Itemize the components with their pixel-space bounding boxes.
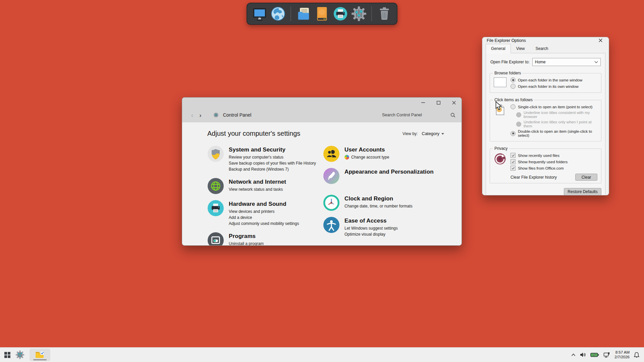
security-shield-icon xyxy=(207,145,224,162)
checkbox-icon[interactable] xyxy=(511,159,516,164)
category-link[interactable]: Add a device xyxy=(229,215,299,221)
tab-search[interactable]: Search xyxy=(530,45,554,53)
radio-own-window[interactable]: Open each folder in its own window xyxy=(511,84,598,89)
checkbox-icon[interactable] xyxy=(511,166,516,171)
user-accounts-icon xyxy=(323,145,340,162)
desktop: ‹ › Control Panel Adjust your computer's… xyxy=(0,0,644,362)
taskbar-settings-gear-icon[interactable] xyxy=(15,350,24,359)
category-title[interactable]: User Accounts xyxy=(344,146,389,153)
radio-icon[interactable] xyxy=(511,84,516,89)
forward-icon[interactable]: › xyxy=(196,112,204,118)
clock-icon xyxy=(323,194,340,211)
taskbar: 8:57 AM 2/7/2026 xyxy=(0,347,644,362)
category-user-accounts[interactable]: User Accounts Change account type xyxy=(323,145,448,162)
category-link[interactable]: Backup and Restore (Windows 7) xyxy=(229,166,316,172)
printer-icon[interactable] xyxy=(333,6,348,21)
clear-history-label: Clear File Explorer history xyxy=(511,175,575,180)
category-link[interactable]: Optimize visual display xyxy=(344,231,398,237)
checkbox-recent-files[interactable]: Show recently used files xyxy=(511,153,598,158)
radio-icon[interactable] xyxy=(516,122,521,127)
tab-general[interactable]: General xyxy=(486,44,511,53)
checkbox-frequent-folders[interactable]: Show frequently used folders xyxy=(511,159,598,164)
battery-charging-icon[interactable] xyxy=(590,352,599,358)
category-appearance-personalization[interactable]: Appearance and Personalization xyxy=(323,168,448,184)
category-link[interactable]: Uninstall a program xyxy=(229,241,264,246)
radio-same-window[interactable]: Open each folder in the same window xyxy=(511,77,598,82)
checkbox-icon[interactable] xyxy=(511,153,516,158)
minimize-button[interactable] xyxy=(415,98,431,108)
globe-icon[interactable] xyxy=(270,6,286,21)
category-link[interactable]: View network status and tasks xyxy=(229,186,286,192)
category-link[interactable]: Change account type xyxy=(351,154,389,160)
category-title[interactable]: Programs xyxy=(229,233,264,240)
radio-icon[interactable] xyxy=(511,104,516,109)
radio-double-click[interactable]: Double-click to open an item (single-cli… xyxy=(511,129,598,137)
title-bar xyxy=(182,98,462,108)
category-link[interactable]: Save backup copies of your files with Fi… xyxy=(229,160,316,166)
search-input[interactable] xyxy=(381,112,433,118)
radio-underline-consistent[interactable]: Underline icon titles consistent with my… xyxy=(516,111,598,119)
close-icon[interactable] xyxy=(597,37,604,44)
clock-date: 2/7/2026 xyxy=(614,355,630,360)
control-panel-gear-icon xyxy=(213,112,219,118)
clear-button[interactable]: Clear xyxy=(575,174,597,181)
search-icon[interactable] xyxy=(450,113,455,118)
taskbar-app-file-explorer-options[interactable] xyxy=(30,349,50,361)
file-explorer-options-dialog: File Explorer Options General View Searc… xyxy=(482,37,609,195)
control-panel-window: ‹ › Control Panel Adjust your computer's… xyxy=(182,97,462,246)
radio-single-click[interactable]: Single-click to open an item (point to s… xyxy=(511,104,598,109)
category-programs[interactable]: Programs Uninstall a program xyxy=(207,232,323,246)
history-icon xyxy=(493,152,507,181)
category-title[interactable]: Appearance and Personalization xyxy=(344,169,434,175)
address-breadcrumb[interactable]: Control Panel xyxy=(213,112,252,118)
radio-icon[interactable] xyxy=(511,131,516,136)
tray-chevron-up-icon[interactable] xyxy=(571,353,576,356)
category-title[interactable]: System and Security xyxy=(229,146,316,153)
documents-folder-icon[interactable] xyxy=(296,6,311,21)
browse-folders-legend: Browse folders xyxy=(493,71,522,75)
view-by-dropdown[interactable]: Category xyxy=(422,131,444,136)
network-ethernet-icon[interactable] xyxy=(603,352,610,358)
checkbox-office-files[interactable]: Show files from Office.com xyxy=(511,166,598,171)
open-to-select[interactable]: Home xyxy=(532,58,601,66)
category-link[interactable]: Let Windows suggest settings xyxy=(344,225,398,231)
category-link[interactable]: Change date, time, or number formats xyxy=(344,203,413,209)
trash-icon[interactable] xyxy=(377,6,392,21)
category-title[interactable]: Network and Internet xyxy=(229,179,286,185)
category-link[interactable]: Review your computer's status xyxy=(229,154,316,160)
category-hardware-sound[interactable]: Hardware and Sound View devices and prin… xyxy=(207,200,323,227)
category-system-security[interactable]: System and Security Review your computer… xyxy=(207,145,323,172)
restore-defaults-button[interactable]: Restore Defaults xyxy=(564,188,601,195)
dropdown-caret-icon xyxy=(441,133,444,135)
category-link[interactable]: View devices and printers xyxy=(229,208,299,215)
privacy-legend: Privacy xyxy=(493,146,509,151)
top-dock xyxy=(247,3,397,25)
category-ease-of-access[interactable]: Ease of Access Let Windows suggest setti… xyxy=(323,217,448,237)
category-network-internet[interactable]: Network and Internet View network status… xyxy=(207,178,323,194)
dock-separator xyxy=(371,7,372,21)
notifications-bell-icon[interactable] xyxy=(634,352,639,358)
radio-icon[interactable] xyxy=(516,112,521,117)
folder-window-icon xyxy=(493,76,507,90)
dialog-title-bar: File Explorer Options xyxy=(482,37,609,44)
radio-icon[interactable] xyxy=(511,77,516,82)
maximize-button[interactable] xyxy=(431,98,446,108)
category-title[interactable]: Clock and Region xyxy=(344,195,413,202)
settings-gear-icon[interactable] xyxy=(351,6,367,21)
category-link[interactable]: Adjust commonly used mobility settings xyxy=(229,221,299,227)
search-box[interactable] xyxy=(381,112,455,118)
volume-icon[interactable] xyxy=(580,352,586,357)
display-icon[interactable] xyxy=(252,6,267,21)
tab-view[interactable]: View xyxy=(511,45,530,53)
back-icon[interactable]: ‹ xyxy=(188,112,196,118)
taskbar-clock[interactable]: 8:57 AM 2/7/2026 xyxy=(614,350,630,359)
category-clock-region[interactable]: Clock and Region Change date, time, or n… xyxy=(323,194,448,211)
navigation-bar: ‹ › Control Panel xyxy=(182,108,462,122)
category-title[interactable]: Hardware and Sound xyxy=(229,201,299,207)
start-button[interactable] xyxy=(4,352,10,358)
dialog-title: File Explorer Options xyxy=(487,38,526,43)
drive-icon[interactable] xyxy=(314,6,330,21)
category-title[interactable]: Ease of Access xyxy=(344,218,398,224)
radio-underline-point[interactable]: Underline icon titles only when I point … xyxy=(516,120,598,128)
close-button[interactable] xyxy=(446,98,462,108)
